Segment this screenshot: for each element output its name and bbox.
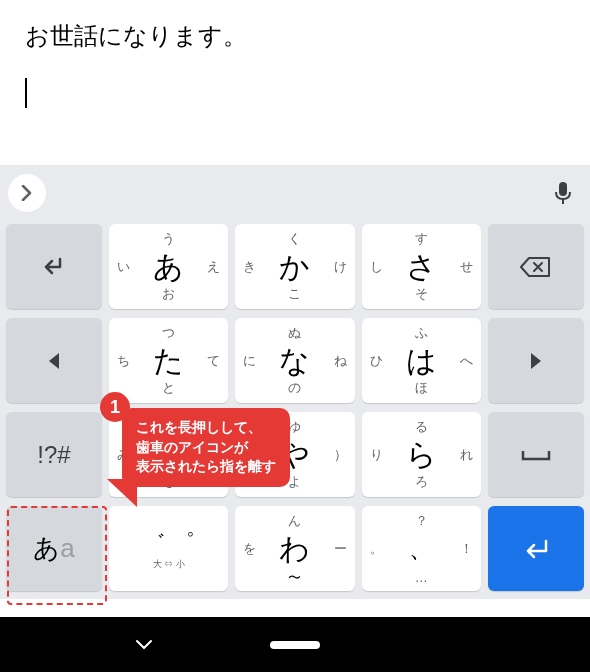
kana-key-ta[interactable]: つ ち た て と bbox=[109, 318, 228, 403]
expand-button[interactable] bbox=[8, 174, 46, 212]
callout-bubble: これを長押しして、 歯車のアイコンが 表示されたら指を離す bbox=[122, 408, 290, 487]
kana-key-a[interactable]: う い あ え お bbox=[109, 224, 228, 309]
space-key[interactable] bbox=[488, 412, 584, 497]
cursor-right-key[interactable] bbox=[488, 318, 584, 403]
nav-back-button[interactable] bbox=[135, 639, 153, 651]
space-icon bbox=[520, 448, 552, 462]
key-row: !?# む み ま め も ゆ （ や ） よ る り ら れ ろ bbox=[6, 412, 584, 497]
text-line-1: お世話になります。 bbox=[25, 20, 565, 52]
kana-key-sa[interactable]: す し さ せ そ bbox=[362, 224, 481, 309]
key-row: あa ゛ ゜ 大 ⇔ 小 ん を わ ー 〜 ？ 。 、 ！ … bbox=[6, 506, 584, 591]
keyboard: う い あ え お く き か け こ す し さ せ そ つ bbox=[0, 220, 590, 599]
kana-key-ka[interactable]: く き か け こ bbox=[235, 224, 354, 309]
key-row: う い あ え お く き か け こ す し さ せ そ bbox=[6, 224, 584, 309]
enter-key[interactable] bbox=[488, 506, 584, 591]
backspace-key[interactable] bbox=[488, 224, 584, 309]
enter-icon bbox=[520, 537, 552, 561]
key-row: つ ち た て と ぬ に な ね の ふ ひ は へ ほ bbox=[6, 318, 584, 403]
reverse-key[interactable] bbox=[6, 224, 102, 309]
reverse-arrow-icon bbox=[36, 255, 72, 279]
android-nav-bar bbox=[0, 617, 590, 672]
input-mode-key[interactable]: あa bbox=[6, 506, 102, 591]
kana-key-ha[interactable]: ふ ひ は へ ほ bbox=[362, 318, 481, 403]
dakuten-key[interactable]: ゛ ゜ 大 ⇔ 小 bbox=[109, 506, 228, 591]
cursor-left-key[interactable] bbox=[6, 318, 102, 403]
mic-button[interactable] bbox=[544, 174, 582, 212]
chevron-right-icon bbox=[21, 185, 33, 201]
kana-key-na[interactable]: ぬ に な ね の bbox=[235, 318, 354, 403]
kana-key-ra[interactable]: る り ら れ ろ bbox=[362, 412, 481, 497]
left-triangle-icon bbox=[46, 351, 62, 371]
suggestion-bar bbox=[0, 165, 590, 220]
svg-rect-0 bbox=[559, 182, 567, 196]
right-triangle-icon bbox=[528, 351, 544, 371]
chevron-down-icon bbox=[135, 639, 153, 651]
mic-icon bbox=[554, 181, 572, 205]
symbols-key[interactable]: !?# bbox=[6, 412, 102, 497]
text-cursor bbox=[25, 78, 27, 108]
backspace-icon bbox=[519, 255, 553, 279]
kana-key-wa[interactable]: ん を わ ー 〜 bbox=[235, 506, 354, 591]
nav-home-button[interactable] bbox=[270, 641, 320, 649]
callout-number: 1 bbox=[100, 392, 130, 422]
text-input-area[interactable]: お世話になります。 bbox=[0, 0, 590, 165]
punctuation-key[interactable]: ？ 。 、 ！ … bbox=[362, 506, 481, 591]
